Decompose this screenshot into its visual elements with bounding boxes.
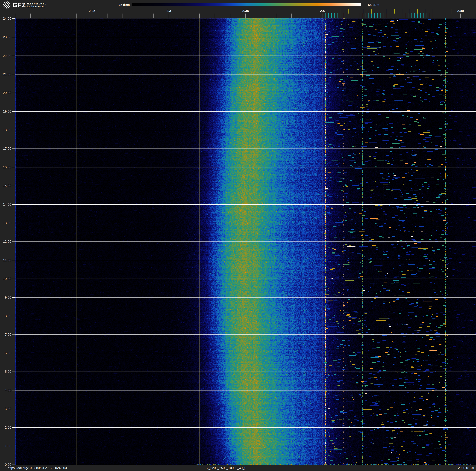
y-axis-hour-label: 7:00 bbox=[0, 333, 11, 337]
ble-channel-tick bbox=[424, 13, 424, 18]
ble-channel-tick bbox=[417, 13, 418, 18]
freq-tick bbox=[169, 14, 169, 18]
y-axis-hour-label: 3:00 bbox=[0, 407, 11, 411]
footer-doi: https://doi.org/10.5880/GFZ.1.2.2024.003 bbox=[8, 466, 67, 470]
freq-tick bbox=[261, 14, 261, 18]
ble-channel-tick bbox=[430, 13, 430, 18]
x-axis-label: 2.3 bbox=[160, 9, 178, 13]
y-axis-hour-label: 14:00 bbox=[0, 203, 11, 206]
gfz-logo: GFZ Helmholtz Centre for Geosciences bbox=[3, 1, 46, 9]
ble-channel-tick bbox=[426, 13, 427, 18]
ble-channel-tick bbox=[405, 13, 405, 18]
freq-tick bbox=[276, 14, 276, 18]
ble-channel-tick bbox=[340, 13, 341, 18]
y-axis-hour-label: 15:00 bbox=[0, 184, 11, 188]
wifi-channel-tick bbox=[394, 9, 395, 14]
y-axis-hour-label: 11:00 bbox=[0, 258, 11, 262]
y-axis-hour-label: 22:00 bbox=[0, 54, 11, 58]
ble-channel-tick bbox=[334, 13, 335, 18]
freq-tick bbox=[122, 14, 123, 18]
gfz-globe-icon bbox=[3, 1, 10, 9]
freq-tick bbox=[291, 14, 292, 18]
hour-tick bbox=[12, 148, 15, 149]
hour-tick bbox=[12, 316, 15, 316]
ble-channel-tick bbox=[371, 13, 372, 18]
ble-channel-tick bbox=[380, 13, 381, 18]
wifi-channel-tick bbox=[433, 9, 433, 14]
ble-channel-tick bbox=[393, 13, 393, 18]
wifi-channel-tick bbox=[402, 9, 402, 14]
y-axis-hour-label: 20:00 bbox=[0, 91, 11, 95]
hour-tick bbox=[12, 241, 15, 242]
hour-tick bbox=[12, 279, 15, 279]
ble-channel-tick bbox=[331, 13, 332, 18]
hour-tick bbox=[12, 223, 15, 223]
ble-channel-tick bbox=[445, 13, 445, 18]
x-axis-label: 2.4 bbox=[313, 9, 332, 13]
hour-tick bbox=[12, 372, 15, 372]
wifi-channel-tick bbox=[356, 9, 356, 14]
ble-channel-tick bbox=[439, 13, 439, 18]
x-axis-label: 2.49 bbox=[451, 9, 470, 13]
x-axis-label: 2.35 bbox=[236, 9, 255, 13]
ble-channel-tick bbox=[368, 13, 369, 18]
hour-tick bbox=[12, 204, 15, 205]
ble-channel-tick bbox=[328, 13, 329, 18]
hour-tick bbox=[12, 446, 15, 446]
y-axis-hour-label: 2:00 bbox=[0, 426, 11, 429]
wifi-channel-tick bbox=[340, 9, 341, 14]
ble-channel-tick bbox=[377, 13, 378, 18]
colorbar-max-label: -55 dBm bbox=[367, 3, 401, 7]
ble-channel-tick bbox=[402, 13, 402, 18]
y-axis-hour-label: 23:00 bbox=[0, 35, 11, 39]
wifi-channel-tick bbox=[451, 9, 451, 14]
colorbar-min-label: -75 dBm bbox=[100, 3, 130, 7]
ble-channel-tick bbox=[408, 13, 408, 18]
footer-filename: 2_2200_2500_10000_40_0 bbox=[180, 466, 272, 470]
wifi-channel-tick bbox=[387, 9, 387, 14]
freq-tick bbox=[460, 14, 461, 18]
freq-tick bbox=[184, 14, 184, 18]
wifi-channel-tick bbox=[410, 9, 410, 14]
wifi-channel-tick bbox=[417, 9, 418, 14]
hour-tick bbox=[12, 18, 15, 19]
freq-tick bbox=[46, 14, 46, 18]
ble-channel-tick bbox=[390, 13, 390, 18]
ble-channel-tick bbox=[356, 13, 356, 18]
freq-tick bbox=[153, 14, 153, 18]
y-axis-hour-label: 16:00 bbox=[0, 165, 11, 169]
ble-channel-tick bbox=[338, 13, 338, 18]
y-axis-hour-label: 5:00 bbox=[0, 370, 11, 374]
hour-tick bbox=[12, 297, 15, 298]
colorbar bbox=[132, 3, 361, 6]
y-axis-hour-label: 1:00 bbox=[0, 444, 11, 448]
y-axis-hour-label: 6:00 bbox=[0, 351, 11, 355]
ble-channel-tick bbox=[399, 13, 399, 18]
y-axis-hour-label: 4:00 bbox=[0, 388, 11, 392]
ble-channel-tick bbox=[387, 13, 387, 18]
hour-tick bbox=[12, 56, 15, 56]
ble-channel-tick bbox=[347, 13, 347, 18]
ble-channel-tick bbox=[411, 13, 411, 18]
wifi-channel-tick bbox=[364, 9, 364, 14]
hour-tick bbox=[12, 409, 15, 409]
y-axis-hour-label: 9:00 bbox=[0, 296, 11, 299]
hour-tick bbox=[12, 37, 15, 37]
hour-tick bbox=[12, 111, 15, 112]
hour-tick bbox=[12, 427, 15, 428]
ble-channel-tick bbox=[325, 13, 325, 18]
freq-tick bbox=[107, 14, 107, 18]
ble-channel-tick bbox=[353, 13, 353, 18]
ble-channel-tick bbox=[433, 13, 433, 18]
y-axis-hour-label: 18:00 bbox=[0, 128, 11, 132]
ble-channel-tick bbox=[362, 13, 362, 18]
spectrogram-page: GFZ Helmholtz Centre for Geosciences -75… bbox=[0, 0, 476, 471]
ble-channel-tick bbox=[414, 13, 415, 18]
freq-tick bbox=[138, 14, 138, 18]
hour-tick bbox=[12, 353, 15, 353]
y-axis-hour-label: 24:00 bbox=[0, 17, 11, 20]
y-axis-hour-label: 13:00 bbox=[0, 221, 11, 225]
ble-channel-tick bbox=[365, 13, 365, 18]
freq-tick bbox=[76, 14, 77, 18]
freq-tick bbox=[61, 14, 61, 18]
